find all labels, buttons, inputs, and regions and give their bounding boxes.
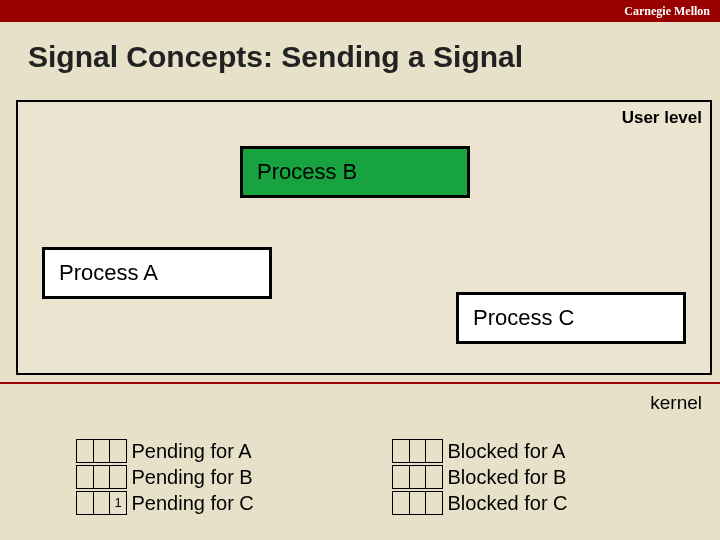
user-level-label: User level (622, 108, 702, 128)
pending-row-a: Pending for A (76, 438, 254, 464)
bit-cell (425, 465, 443, 489)
process-a-box: Process A (42, 247, 272, 299)
blocked-row-c: Blocked for C (392, 490, 568, 516)
bit-cell (392, 465, 410, 489)
pending-label-b: Pending for B (132, 466, 253, 489)
pending-group: Pending for A Pending for B 1 Pending fo… (76, 438, 254, 516)
title-area: Signal Concepts: Sending a Signal (0, 22, 720, 84)
blocked-label-c: Blocked for C (448, 492, 568, 515)
bit-cell (76, 491, 94, 515)
blocked-group: Blocked for A Blocked for B Blocked for … (392, 438, 568, 516)
process-b-box: Process B (240, 146, 470, 198)
kernel-divider (0, 382, 720, 384)
bit-cell (409, 491, 427, 515)
org-label: Carnegie Mellon (624, 4, 710, 18)
bit-cell: 1 (109, 491, 127, 515)
blocked-label-a: Blocked for A (448, 440, 566, 463)
bit-cell (76, 465, 94, 489)
kernel-label: kernel (650, 392, 702, 414)
bit-cell (76, 439, 94, 463)
bit-cell (425, 439, 443, 463)
page-title: Signal Concepts: Sending a Signal (0, 22, 720, 84)
bit-cell (93, 491, 111, 515)
blocked-row-b: Blocked for B (392, 464, 568, 490)
pending-row-c: 1 Pending for C (76, 490, 254, 516)
bit-cell (392, 491, 410, 515)
bit-cell (109, 439, 127, 463)
bit-cell (93, 465, 111, 489)
header-bar: Carnegie Mellon (0, 0, 720, 22)
process-b-label: Process B (257, 159, 357, 184)
process-a-label: Process A (59, 260, 158, 285)
pending-label-a: Pending for A (132, 440, 252, 463)
bit-cell (409, 439, 427, 463)
bit-cell (93, 439, 111, 463)
bit-cell (409, 465, 427, 489)
bit-cell (425, 491, 443, 515)
pending-row-b: Pending for B (76, 464, 254, 490)
process-c-box: Process C (456, 292, 686, 344)
blocked-row-a: Blocked for A (392, 438, 568, 464)
pending-label-c: Pending for C (132, 492, 254, 515)
user-level-box: User level Process B Process A Process C (16, 100, 712, 375)
blocked-label-b: Blocked for B (448, 466, 567, 489)
bit-cell (392, 439, 410, 463)
process-c-label: Process C (473, 305, 574, 330)
bit-cell (109, 465, 127, 489)
